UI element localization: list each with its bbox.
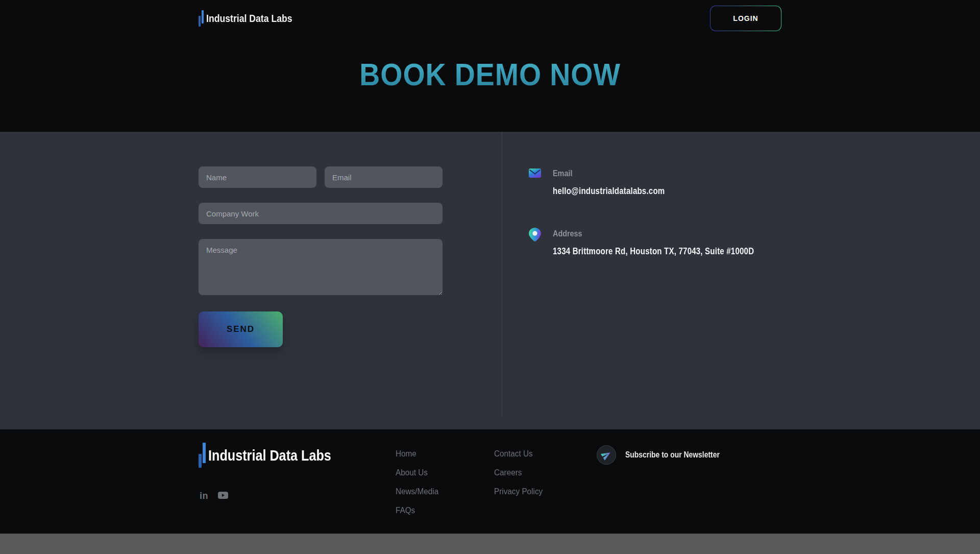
footer-logo[interactable]: Industrial Data Labs bbox=[199, 443, 355, 468]
hero-section: Industrial Data Labs LOGIN BOOK DEMO NOW bbox=[0, 0, 980, 132]
email-value[interactable]: hello@industrialdatalabs.com bbox=[553, 186, 665, 197]
email-label: Email bbox=[553, 167, 572, 178]
login-button-label: LOGIN bbox=[710, 6, 781, 31]
social-links: in bbox=[200, 491, 228, 501]
contact-email-item: Email hello@industrialdatalabs.com bbox=[529, 167, 792, 197]
email-input[interactable] bbox=[325, 166, 443, 188]
footer: Industrial Data Labs in Home About Us Ne… bbox=[0, 429, 980, 534]
email-icon bbox=[529, 167, 542, 197]
footer-link-news[interactable]: News/Media bbox=[396, 487, 438, 505]
youtube-icon[interactable] bbox=[218, 492, 228, 501]
login-button[interactable]: LOGIN bbox=[710, 6, 781, 31]
linkedin-icon[interactable]: in bbox=[200, 491, 208, 501]
contact-info: Email hello@industrialdatalabs.com bbox=[529, 167, 792, 257]
address-label: Address bbox=[553, 228, 582, 238]
brand-logo-icon bbox=[199, 10, 204, 27]
footer-nav-column-1: Home About Us News/Media FAQs bbox=[396, 449, 444, 524]
footer-link-privacy[interactable]: Privacy Policy bbox=[494, 487, 543, 505]
send-button[interactable]: SEND bbox=[199, 311, 283, 347]
newsletter-label: Subscribe to our Newsletter bbox=[625, 450, 720, 460]
footer-link-about[interactable]: About Us bbox=[396, 468, 438, 487]
bottom-bar bbox=[0, 534, 980, 554]
footer-logo-icon bbox=[199, 443, 206, 468]
address-value: 1334 Brittmoore Rd, Houston TX, 77043, S… bbox=[553, 246, 754, 257]
page-title: BOOK DEMO NOW bbox=[225, 57, 755, 92]
newsletter[interactable]: Subscribe to our Newsletter bbox=[597, 445, 734, 465]
name-input[interactable] bbox=[199, 166, 316, 188]
message-input[interactable] bbox=[199, 239, 443, 295]
footer-link-home[interactable]: Home bbox=[396, 449, 438, 468]
vertical-divider bbox=[502, 132, 502, 416]
contact-section: SEND Email hel bbox=[0, 132, 980, 429]
brand-logo[interactable]: Industrial Data Labs bbox=[199, 10, 309, 27]
contact-address-item: Address 1334 Brittmoore Rd, Houston TX, … bbox=[529, 228, 792, 257]
footer-link-careers[interactable]: Careers bbox=[494, 468, 543, 487]
address-icon bbox=[529, 228, 542, 257]
brand-logo-text: Industrial Data Labs bbox=[206, 12, 292, 25]
newsletter-send-icon[interactable] bbox=[597, 445, 616, 465]
header: Industrial Data Labs LOGIN bbox=[199, 0, 781, 33]
company-input[interactable] bbox=[199, 203, 443, 224]
footer-logo-text: Industrial Data Labs bbox=[208, 447, 331, 464]
footer-link-contact[interactable]: Contact Us bbox=[494, 449, 543, 468]
demo-form: SEND bbox=[199, 166, 443, 347]
footer-link-faqs[interactable]: FAQs bbox=[396, 505, 438, 524]
footer-nav-column-2: Contact Us Careers Privacy Policy bbox=[494, 449, 548, 505]
